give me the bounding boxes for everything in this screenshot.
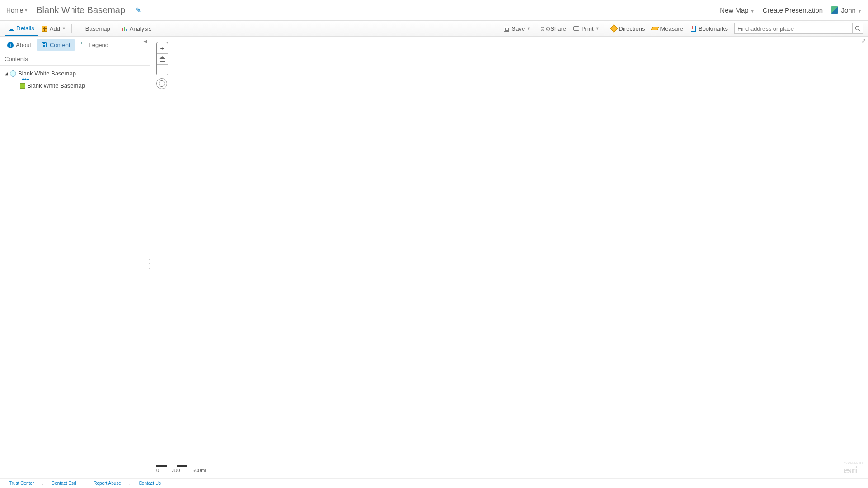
- expand-toggle[interactable]: ◢: [5, 71, 8, 76]
- measure-button[interactable]: Measure: [648, 25, 687, 32]
- footer-trust-link[interactable]: Trust Center: [9, 481, 34, 486]
- zoom-in-button[interactable]: +: [157, 42, 168, 53]
- separator: [116, 24, 116, 33]
- tab-about[interactable]: i About: [3, 39, 36, 51]
- avatar-icon: [831, 6, 838, 14]
- print-icon: [573, 26, 579, 31]
- home-extent-button[interactable]: [157, 53, 168, 64]
- directions-button[interactable]: Directions: [607, 25, 649, 32]
- sidebar: ◀ i About Content Legend Contents ◢ Blan…: [0, 37, 150, 478]
- user-menu[interactable]: John ▼: [831, 6, 862, 14]
- save-icon: [504, 26, 509, 32]
- share-button[interactable]: Share: [538, 25, 570, 32]
- chevron-down-icon: ▼: [858, 9, 862, 14]
- footer: Trust Center. Contact Esri. Report Abuse…: [0, 478, 868, 488]
- locate-button[interactable]: [156, 78, 167, 89]
- chevron-down-icon: ▼: [750, 9, 755, 14]
- home-link[interactable]: Home ▼: [6, 7, 28, 14]
- basemap-globe-icon: [10, 70, 16, 77]
- layer-tree: ◢ Blank White Basemap ••• Blank White Ba…: [0, 66, 150, 94]
- basemap-icon: [78, 26, 83, 31]
- edit-title-button[interactable]: ✎: [135, 6, 141, 14]
- new-map-button[interactable]: New Map ▼: [720, 6, 754, 14]
- create-presentation-button[interactable]: Create Presentation: [763, 6, 823, 14]
- analysis-button[interactable]: Analysis: [118, 21, 155, 36]
- chevron-down-icon: ▼: [62, 26, 66, 31]
- details-button[interactable]: Details: [5, 21, 38, 36]
- add-icon: [42, 26, 47, 32]
- search-input[interactable]: [735, 23, 852, 33]
- print-button[interactable]: Print ▼: [570, 25, 603, 32]
- search-button[interactable]: [852, 23, 863, 33]
- details-icon: [9, 26, 14, 31]
- save-button[interactable]: Save ▼: [500, 25, 535, 32]
- expand-map-button[interactable]: ⤢: [861, 38, 866, 44]
- basemap-button[interactable]: Basemap: [74, 21, 114, 36]
- home-icon: [159, 56, 165, 62]
- bookmarks-icon: [691, 26, 696, 32]
- locate-icon: [159, 80, 165, 87]
- svg-line-1: [859, 29, 861, 31]
- tile-layer-icon: [20, 83, 25, 89]
- contents-heading: Contents: [0, 51, 150, 66]
- legend-icon: [81, 42, 86, 48]
- tab-content[interactable]: Content: [37, 39, 75, 51]
- measure-icon: [651, 27, 659, 30]
- scale-bar: 0 300 600mi: [156, 465, 206, 473]
- zoom-out-button[interactable]: −: [157, 64, 168, 75]
- footer-contact-esri-link[interactable]: Contact Esri: [52, 481, 76, 486]
- tab-legend[interactable]: Legend: [76, 39, 113, 51]
- layer-label: Blank White Basemap: [27, 82, 85, 89]
- svg-point-0: [855, 26, 859, 30]
- footer-contact-us-link[interactable]: Contact Us: [139, 481, 161, 486]
- chevron-down-icon: ▼: [24, 8, 28, 13]
- add-button[interactable]: Add ▼: [38, 21, 70, 36]
- content-icon: [42, 42, 47, 47]
- search-icon: [855, 26, 861, 32]
- bookmarks-button[interactable]: Bookmarks: [687, 25, 731, 32]
- info-icon: i: [7, 42, 14, 48]
- analysis-icon: [122, 26, 127, 31]
- map-canvas[interactable]: ⤢ + − 0 300 600mi POWERED BY esri: [150, 37, 868, 478]
- layer-more-button[interactable]: •••: [5, 78, 145, 81]
- map-title: Blank White Basemap: [36, 5, 125, 15]
- separator: [71, 24, 72, 33]
- chevron-down-icon: ▼: [527, 26, 531, 31]
- search-box: [734, 23, 863, 34]
- chevron-down-icon: ▼: [595, 26, 599, 31]
- directions-icon: [610, 25, 618, 33]
- esri-logo: POWERED BY esri: [844, 461, 863, 476]
- share-icon: [542, 27, 548, 30]
- collapse-sidebar-button[interactable]: ◀: [143, 38, 147, 44]
- footer-report-link[interactable]: Report Abuse: [94, 481, 121, 486]
- home-label: Home: [6, 7, 23, 14]
- zoom-control: + −: [156, 42, 168, 75]
